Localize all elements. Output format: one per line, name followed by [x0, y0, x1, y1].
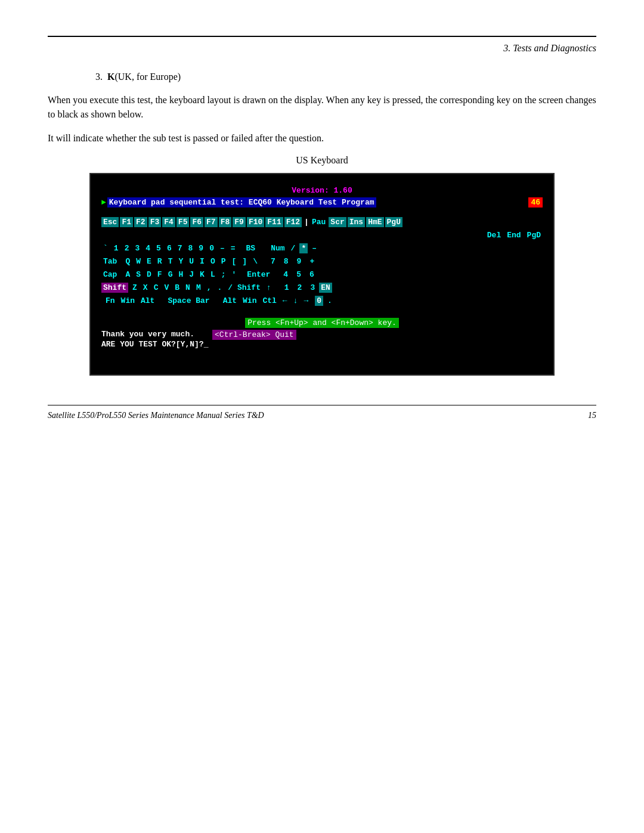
footer-left: Satellite L550/ProL550 Series Maintenanc…: [48, 411, 264, 420]
section-title-text: US Keyboard: [296, 155, 348, 165]
key-num3: 3: [308, 283, 317, 293]
key-enter-num: EN: [319, 283, 332, 293]
key-fwdslash-shift: / Shift: [226, 283, 262, 293]
key-b: B: [173, 283, 181, 293]
key-equals: =: [229, 243, 237, 253]
key-comma: ,: [205, 283, 213, 293]
key-win: Win: [119, 296, 137, 306]
footer-page: 15: [588, 411, 596, 420]
kb-row-numbers: ` 1 2 3 4 5 6 7 8 9 0 – = BS Num / * –: [101, 243, 543, 253]
key-rbracket: ]: [240, 256, 249, 267]
key-lshift: Shift: [101, 283, 128, 293]
body-para2: It will indicate whether the sub test is…: [48, 131, 596, 145]
key-scr: Scr: [329, 217, 346, 227]
key-rctl: Ctl: [261, 296, 278, 306]
bottom-rule: [48, 405, 596, 405]
list-item-3: 3. K(UK, for Europe): [95, 72, 596, 82]
chapter-title: 3. Tests and Diagnostics: [503, 43, 596, 53]
key-f9: F9: [233, 217, 246, 227]
key-ins: Ins: [348, 217, 365, 227]
key-9: 9: [197, 243, 205, 253]
list-bold: K: [107, 72, 114, 82]
section-title: US Keyboard: [48, 155, 596, 166]
body-para1: When you execute this test, the keyboard…: [48, 93, 596, 122]
key-a: A: [123, 270, 132, 280]
page: 3. Tests and Diagnostics 3. K(UK, for Eu…: [0, 0, 644, 441]
header-bar-text: Keyboard pad sequential test: ECQ60 Keyb…: [107, 197, 376, 208]
key-f8: F8: [219, 217, 232, 227]
top-rule: [48, 36, 596, 37]
key-enter: Enter: [245, 270, 272, 280]
kb-row-qwerty: Tab Q W E R T Y U I O P [ ] \ 7 8 9 +: [101, 256, 543, 267]
key-g: G: [166, 270, 175, 280]
key-pipe: |: [304, 218, 309, 227]
key-numplus: +: [308, 256, 316, 267]
key-8: 8: [187, 243, 195, 253]
arrow-icon: ►: [101, 198, 106, 207]
key-f7: F7: [205, 217, 218, 227]
key-j: J: [187, 270, 196, 280]
key-4: 4: [144, 243, 152, 253]
key-f6: F6: [190, 217, 203, 227]
key-f: F: [156, 270, 164, 280]
version-text: Version: 1.60: [292, 186, 352, 195]
key-semicolon: ;: [219, 270, 228, 280]
key-q: Q: [123, 256, 132, 267]
key-numdot: .: [326, 296, 334, 306]
key-u: U: [187, 256, 196, 267]
key-tab: Tab: [101, 256, 119, 267]
key-lbracket: [: [230, 256, 239, 267]
key-num4: 4: [281, 270, 290, 280]
keyboard-screen: Version: 1.60 ► Keyboard pad sequential …: [89, 173, 555, 376]
key-3: 3: [133, 243, 141, 253]
key-numminus: –: [310, 243, 318, 253]
key-h: H: [177, 270, 185, 280]
chapter-header: 3. Tests and Diagnostics: [48, 43, 596, 54]
key-num2: 2: [296, 283, 304, 293]
key-7: 7: [176, 243, 184, 253]
key-y: Y: [177, 256, 185, 267]
key-hme: HmE: [366, 217, 383, 227]
list-number: 3.: [95, 72, 107, 82]
key-num: Num: [269, 243, 286, 253]
key-2: 2: [123, 243, 131, 253]
key-uparrow: ↑: [265, 283, 273, 293]
key-alt: Alt: [139, 296, 156, 306]
key-pau: Pau: [310, 217, 327, 227]
key-m: M: [194, 283, 203, 293]
key-del: Del: [485, 230, 503, 240]
key-1: 1: [112, 243, 120, 253]
key-fn: Fn: [104, 296, 117, 306]
key-cap: Cap: [101, 270, 119, 280]
key-f3: F3: [148, 217, 162, 227]
key-num7: 7: [269, 256, 277, 267]
para2-text: It will indicate whether the sub test is…: [48, 133, 324, 143]
key-minus: –: [218, 243, 227, 253]
key-o: O: [209, 256, 217, 267]
bottom-lines: Thank you very much. <Ctrl-Break> Quit: [101, 330, 543, 340]
key-0: 0: [208, 243, 216, 253]
key-6: 6: [165, 243, 174, 253]
key-s: S: [134, 270, 143, 280]
counter-badge: 46: [528, 197, 543, 208]
key-rwin: Win: [241, 296, 258, 306]
kb-row-asdf: Cap A S D F G H J K L ; ' Enter 4 5 6: [101, 270, 543, 280]
key-x: X: [141, 283, 150, 293]
kb-row-fkeys: EscF1F2F3F4F5F6F7F8F9F10F11F12 | Pau Scr…: [101, 217, 543, 227]
header-bar-line: ► Keyboard pad sequential test: ECQ60 Ke…: [101, 197, 543, 208]
key-f4: F4: [162, 217, 175, 227]
key-pgu: PgU: [385, 217, 402, 227]
thank-text: Thank you very much.: [101, 330, 194, 340]
para1-text: When you execute this test, the keyboard…: [48, 95, 596, 119]
key-z: Z: [131, 283, 139, 293]
key-r: R: [156, 256, 164, 267]
key-c: C: [152, 283, 160, 293]
key-backtick: `: [101, 243, 110, 253]
key-k: K: [198, 270, 206, 280]
key-space: Space Bar: [166, 296, 211, 306]
key-f1: F1: [120, 217, 133, 227]
key-ralt: Alt: [221, 296, 239, 306]
key-f2: F2: [134, 217, 147, 227]
key-downarrow: ↓: [292, 296, 300, 306]
key-l: L: [209, 270, 217, 280]
